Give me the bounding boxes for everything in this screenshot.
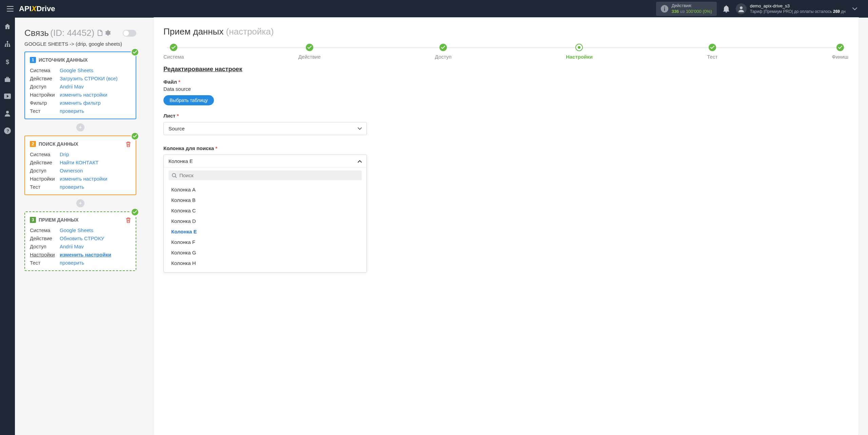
connection-title: Связь — [24, 28, 49, 38]
logo[interactable]: APIXDrive — [19, 4, 55, 13]
option-a[interactable]: Колонка A — [164, 184, 367, 195]
sheet-field: Лист * Source — [163, 113, 848, 135]
card-search: 2ПОИСК ДАННЫХ СистемаDrip ДействиеНайти … — [24, 136, 136, 195]
sidebar-help-icon[interactable]: ? — [2, 125, 13, 136]
sidebar-youtube-icon[interactable] — [2, 91, 13, 101]
connection-panel: Связь (ID: 44452) GOOGLE SHEETS -> (drip… — [24, 18, 136, 435]
dropdown-search[interactable] — [169, 170, 362, 180]
user-menu-chevron-icon[interactable] — [846, 7, 864, 10]
card-2-access[interactable]: Ownerson — [60, 167, 83, 175]
card-1-system[interactable]: Google Sheets — [60, 66, 93, 75]
option-b[interactable]: Колонка B — [164, 195, 367, 205]
card-2-test[interactable]: проверить — [60, 183, 84, 191]
gear-icon[interactable] — [105, 30, 111, 36]
svg-rect-4 — [7, 41, 8, 42]
document-icon[interactable] — [97, 30, 103, 36]
connection-header: Связь (ID: 44452) — [24, 28, 136, 38]
sidebar-user-icon[interactable] — [2, 108, 13, 119]
step-finish[interactable]: Финиш — [832, 44, 848, 60]
file-field: Файл * Data source Выбрать таблицу — [163, 79, 848, 105]
sidebar-dollar-icon[interactable]: $ — [2, 56, 13, 67]
card-3-settings[interactable]: изменить настройки — [60, 251, 111, 259]
connection-sub: GOOGLE SHEETS -> (drip, google sheets) — [24, 41, 136, 47]
card-2-title: ПОИСК ДАННЫХ — [39, 141, 78, 147]
search-column-select[interactable]: Колонка E Колонка A Колонка B Колонка C … — [163, 154, 367, 273]
user-menu[interactable]: demo_apix-drive_s3 Тариф |Премиум PRO| д… — [736, 3, 846, 14]
section-title: Редактирование настроек — [163, 66, 848, 73]
sidebar-briefcase-icon[interactable] — [2, 74, 13, 85]
card-2-settings[interactable]: изменить настройки — [60, 175, 107, 183]
step-test[interactable]: Тест — [707, 44, 717, 60]
actions-counter: Действия: 336 из 100'000 (0%) — [656, 2, 717, 16]
workspace: Связь (ID: 44452) GOOGLE SHEETS -> (drip… — [15, 18, 868, 435]
connection-id: (ID: 44452) — [50, 28, 94, 38]
dropdown-options: Колонка A Колонка B Колонка C Колонка D … — [164, 183, 367, 272]
option-c[interactable]: Колонка C — [164, 205, 367, 216]
logo-prefix: API — [19, 4, 32, 13]
top-header: APIXDrive Действия: 336 из 100'000 (0%) … — [0, 0, 868, 18]
card-1-action[interactable]: Загрузить СТРОКИ (все) — [60, 75, 118, 83]
card-3-access[interactable]: Andrii Mav — [60, 243, 84, 251]
delete-card-2-icon[interactable] — [126, 141, 131, 147]
svg-point-3 — [740, 6, 743, 9]
card-3-system[interactable]: Google Sheets — [60, 226, 93, 234]
chevron-up-icon — [358, 160, 362, 163]
hamburger-menu-icon[interactable] — [4, 3, 16, 14]
logo-suffix: Drive — [36, 4, 55, 13]
check-icon — [131, 132, 139, 140]
search-column-field: Колонка для поиска * Колонка E Колонка A… — [163, 145, 848, 273]
card-3-action[interactable]: Обновить СТРОКУ — [60, 234, 104, 243]
actions-count: 336 — [672, 9, 679, 14]
dropdown-search-input[interactable] — [179, 172, 358, 178]
card-2-system[interactable]: Drip — [60, 150, 69, 159]
card-1-test[interactable]: проверить — [60, 107, 84, 115]
notifications-icon[interactable] — [723, 5, 730, 13]
search-col-label: Колонка для поиска — [163, 145, 214, 151]
sheet-select[interactable]: Source — [163, 122, 367, 135]
option-e[interactable]: Колонка E — [164, 226, 367, 237]
user-plan: Тариф |Премиум PRO| до оплаты осталось 2… — [750, 9, 846, 15]
sidebar-home-icon[interactable] — [2, 21, 13, 32]
card-1-filter[interactable]: изменить фильтр — [60, 99, 101, 107]
avatar-icon — [736, 3, 747, 14]
check-icon — [131, 48, 139, 56]
svg-text:?: ? — [6, 128, 9, 133]
logo-x: X — [32, 4, 37, 13]
actions-pct: (0%) — [703, 9, 712, 14]
search-column-selected[interactable]: Колонка E — [164, 155, 367, 168]
check-icon — [131, 208, 139, 216]
connection-toggle[interactable] — [123, 30, 136, 37]
delete-card-3-icon[interactable] — [126, 217, 131, 223]
option-f[interactable]: Колонка F — [164, 237, 367, 247]
step-badge-1: 1 — [30, 57, 36, 63]
stepper: Система Действие Доступ Настройки Тест Ф… — [163, 44, 848, 60]
card-destination: 3ПРИЕМ ДАННЫХ СистемаGoogle Sheets Дейст… — [24, 211, 136, 271]
step-action[interactable]: Действие — [298, 44, 321, 60]
actions-of: из — [680, 9, 685, 14]
file-value: Data source — [163, 86, 848, 92]
step-settings[interactable]: Настройки — [566, 44, 593, 60]
svg-rect-7 — [9, 45, 10, 47]
file-label: Файл — [163, 79, 177, 85]
select-table-button[interactable]: Выбрать таблицу — [163, 95, 214, 105]
step-access[interactable]: Доступ — [435, 44, 452, 60]
card-2-action[interactable]: Найти КОНТАКТ — [60, 159, 99, 167]
svg-point-2 — [664, 7, 665, 8]
info-icon — [661, 5, 668, 13]
option-g[interactable]: Колонка G — [164, 247, 367, 258]
svg-rect-5 — [5, 45, 6, 47]
actions-title: Действия: — [672, 3, 712, 9]
add-step-button-2: + — [76, 199, 84, 207]
card-1-title: ИСТОЧНИК ДАННЫХ — [39, 57, 88, 63]
sidebar-sitemap-icon[interactable] — [2, 39, 13, 49]
card-3-test[interactable]: проверить — [60, 259, 84, 267]
option-d[interactable]: Колонка D — [164, 216, 367, 226]
svg-text:$: $ — [6, 59, 9, 65]
user-name: demo_apix-drive_s3 — [750, 3, 846, 9]
card-1-access[interactable]: Andrii Mav — [60, 83, 84, 91]
card-1-settings[interactable]: изменить настройки — [60, 91, 107, 99]
step-system[interactable]: Система — [163, 44, 184, 60]
svg-rect-1 — [664, 8, 665, 11]
option-h[interactable]: Колонка H — [164, 258, 367, 268]
chevron-down-icon — [358, 127, 362, 130]
